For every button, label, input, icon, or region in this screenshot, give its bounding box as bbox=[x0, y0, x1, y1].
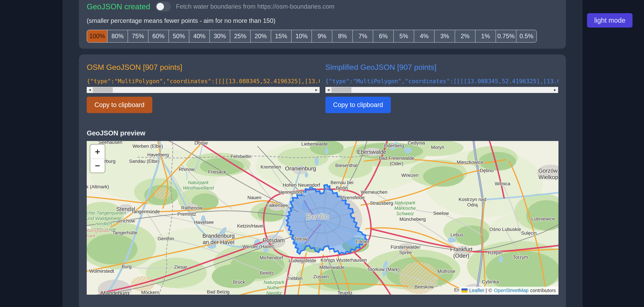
map-label: Teltow bbox=[294, 236, 307, 242]
map-label: Ahrensfelde bbox=[340, 195, 364, 200]
map-label: Naturpark Märkische Schweiz bbox=[394, 200, 416, 216]
scrollbar-track[interactable] bbox=[332, 87, 552, 93]
map-label: Nauen bbox=[248, 195, 262, 200]
scroll-right-icon[interactable]: ► bbox=[314, 87, 320, 93]
map-label: Mieszkowice bbox=[457, 160, 484, 165]
map-label: Havelberg bbox=[147, 152, 169, 158]
percent-option-6%[interactable]: 6% bbox=[373, 30, 394, 42]
percent-option-100%[interactable]: 100% bbox=[87, 30, 108, 42]
percent-option-80%[interactable]: 80% bbox=[108, 30, 128, 42]
percent-option-9%[interactable]: 9% bbox=[312, 30, 332, 42]
map-label: Oranienburg bbox=[285, 165, 316, 172]
map-label: Liebenwalde bbox=[301, 141, 328, 147]
map-label: Fehrbellin bbox=[230, 154, 251, 159]
map-label: Tangerhütte bbox=[112, 230, 138, 236]
map-label: Ketzin/Havel bbox=[237, 223, 264, 229]
map-label: Bernau bei Berlin bbox=[330, 180, 353, 191]
map-label: Ludwigsfelde bbox=[288, 258, 316, 264]
percent-option-8%[interactable]: 8% bbox=[332, 30, 353, 42]
map-label: Bad Belzig bbox=[207, 289, 230, 295]
ukraine-flag-icon bbox=[462, 288, 468, 293]
toggle-knob-icon bbox=[156, 3, 164, 10]
map-label: Sandau (Elbe) bbox=[129, 158, 159, 164]
simplified-json-text[interactable]: {"type":"MultiPolygon","coordinates":[[[… bbox=[326, 78, 558, 84]
map-label: Stendal bbox=[116, 206, 135, 212]
map-label: Berlin bbox=[306, 212, 329, 221]
percent-option-50%[interactable]: 50% bbox=[169, 30, 189, 42]
percent-option-20%[interactable]: 20% bbox=[251, 30, 271, 42]
simplified-panel-title: Simplified GeoJSON [907 points] bbox=[326, 63, 558, 72]
scrollbar-track[interactable] bbox=[93, 87, 314, 93]
geojson-columns: OSM GeoJSON [907 points] {"type":"MultiP… bbox=[87, 63, 558, 113]
scrollbar-thumb[interactable] bbox=[332, 87, 352, 93]
map-attribution: Leaflet | © OpenStreetMap contributors bbox=[459, 287, 558, 295]
osm-json-text[interactable]: {"type":"MultiPolygon","coordinates":[[[… bbox=[87, 78, 320, 84]
percent-option-4%[interactable]: 4% bbox=[414, 30, 434, 42]
map-label: Rzepin bbox=[488, 250, 502, 256]
map-label: Brück bbox=[233, 280, 245, 285]
fetch-water-label: Fetch water boundaries from https://osm-… bbox=[176, 3, 334, 10]
simplified-json-scrollbar[interactable]: ◄ ► bbox=[326, 87, 558, 93]
map-label: Müllrose bbox=[438, 268, 455, 274]
percent-option-2%[interactable]: 2% bbox=[455, 30, 476, 42]
map-label: Beeskow bbox=[414, 284, 434, 290]
percent-option-10%[interactable]: 10% bbox=[292, 30, 312, 42]
scroll-left-icon[interactable]: ◄ bbox=[326, 87, 332, 93]
water-boundaries-toggle[interactable] bbox=[155, 2, 171, 12]
osm-geojson-panel: OSM GeoJSON [907 points] {"type":"MultiP… bbox=[87, 63, 320, 113]
scrollbar-thumb[interactable] bbox=[93, 87, 113, 93]
percent-group: 100%80%75%60%50%40%30%25%20%15%10%9%8%7%… bbox=[87, 30, 537, 42]
map-label: Cedynia bbox=[408, 141, 425, 146]
percent-option-15%[interactable]: 15% bbox=[271, 30, 292, 42]
map-label: Witnica bbox=[495, 181, 510, 186]
map-label: Jerichow bbox=[116, 218, 135, 224]
map-label: Bad Freienwalde (Oder) bbox=[379, 156, 414, 166]
percent-option-0.5%[interactable]: 0.5% bbox=[516, 30, 536, 42]
map-label: Königs Wusterhausen bbox=[320, 258, 366, 263]
percent-option-60%[interactable]: 60% bbox=[148, 30, 169, 42]
map-label: Lubniewice bbox=[531, 216, 555, 222]
leaflet-map[interactable]: SeehausenWerben (Elbe)DosseLiebenwaldeOd… bbox=[87, 141, 558, 295]
map-zoom-control: + − bbox=[90, 145, 105, 172]
scroll-right-icon[interactable]: ► bbox=[552, 87, 558, 93]
leaflet-link[interactable]: Leaflet bbox=[469, 288, 484, 293]
page-container: GeoJSON created Fetch water boundaries f… bbox=[62, 0, 583, 307]
map-label: Burg bbox=[122, 264, 132, 269]
map-label: Rhinow bbox=[179, 167, 194, 172]
osm-copy-button[interactable]: Copy to clipboard bbox=[87, 97, 152, 113]
simplified-copy-button[interactable]: Copy to clipboard bbox=[326, 97, 391, 113]
percent-option-40%[interactable]: 40% bbox=[189, 30, 210, 42]
settings-card: GeoJSON created Fetch water boundaries f… bbox=[79, 0, 566, 49]
percent-option-75%[interactable]: 75% bbox=[128, 30, 148, 42]
percent-option-5%[interactable]: 5% bbox=[394, 30, 414, 42]
map-label: Werben (Elbe) bbox=[132, 144, 163, 149]
map-label: Seelow bbox=[433, 211, 449, 216]
percent-option-30%[interactable]: 30% bbox=[210, 30, 230, 42]
map-label: enübungsplatz Altmark bbox=[87, 228, 110, 238]
map-label: Frankfurt (Oder) bbox=[450, 246, 472, 259]
percent-option-7%[interactable]: 7% bbox=[353, 30, 373, 42]
map-label: Potsdam bbox=[263, 237, 285, 244]
map-label: Naturpark Nuthe- Nieplitz bbox=[264, 280, 284, 295]
percent-option-0.75%[interactable]: 0.75% bbox=[496, 30, 516, 42]
zoom-in-button[interactable]: + bbox=[90, 145, 105, 158]
percent-option-25%[interactable]: 25% bbox=[230, 30, 251, 42]
map-label: Werneuchen bbox=[361, 190, 388, 195]
percent-option-3%[interactable]: 3% bbox=[434, 30, 455, 42]
map-label: Wriezen bbox=[401, 172, 418, 178]
preview-title: GeoJSON preview bbox=[87, 129, 558, 137]
attribution-copyright: © bbox=[488, 288, 492, 293]
map-label: Falkensee bbox=[266, 203, 288, 208]
openstreetmap-link[interactable]: OpenStreetMap bbox=[494, 288, 528, 293]
map-labels: SeehausenWerben (Elbe)DosseLiebenwaldeOd… bbox=[87, 141, 558, 295]
osm-panel-title: OSM GeoJSON [907 points] bbox=[87, 63, 320, 72]
map-label: Möckern bbox=[141, 290, 159, 295]
map-label: Magdeburg bbox=[101, 290, 129, 295]
map-label: Gorzów Wielkopo bbox=[538, 168, 558, 180]
osm-json-scrollbar[interactable]: ◄ ► bbox=[87, 87, 320, 93]
percent-option-1%[interactable]: 1% bbox=[476, 30, 496, 42]
zoom-out-button[interactable]: − bbox=[90, 158, 105, 172]
light-mode-button[interactable]: light mode bbox=[587, 13, 632, 28]
scroll-left-icon[interactable]: ◄ bbox=[87, 87, 93, 93]
map-label: Dosse bbox=[194, 141, 208, 146]
